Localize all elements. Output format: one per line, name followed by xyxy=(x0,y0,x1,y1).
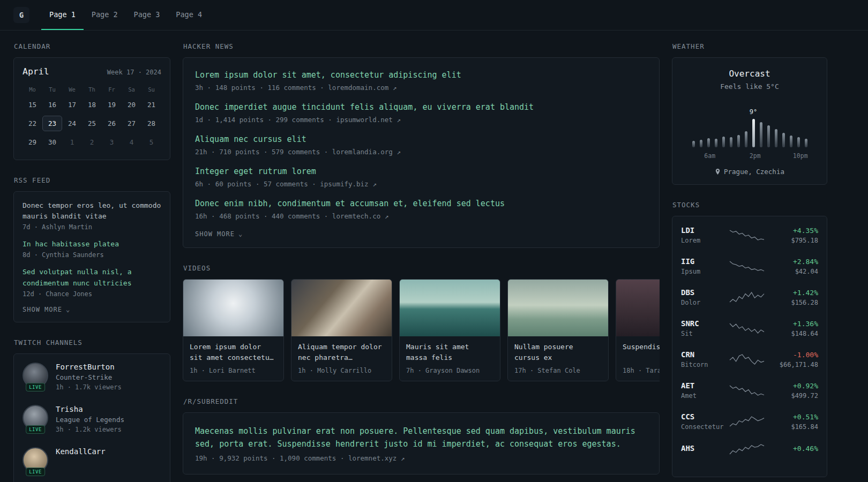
tab-page-4[interactable]: Page 4 xyxy=(168,0,210,30)
weather-bar xyxy=(775,129,777,147)
weather-condition: Overcast xyxy=(681,69,818,79)
right-column: WEATHER Overcast Feels like 5°C 9° 6am 2… xyxy=(672,42,827,482)
stock-symbol: SNRC xyxy=(681,319,727,328)
hn-item-title[interactable]: Integer eget rutrum lorem xyxy=(195,166,316,177)
stock-row[interactable]: AHS +0.46% xyxy=(681,443,818,455)
twitch-channel[interactable]: LIVE Trisha League of Legends 3h · 1.2k … xyxy=(23,405,161,433)
stock-price: $499.72 xyxy=(767,392,818,400)
weather-bar xyxy=(692,141,695,147)
hn-item-meta[interactable]: 21h · 710 points · 579 comments · loreml… xyxy=(195,148,647,156)
stock-price: $66,171.48 xyxy=(767,361,818,368)
page-tabs: Page 1 Page 2 Page 3 Page 4 xyxy=(41,0,210,30)
hn-show-more-button[interactable]: SHOW MORE ⌄ xyxy=(195,230,243,238)
video-card[interactable]: Nullam posuere cursus ex 17h · Stefan Co… xyxy=(507,279,609,381)
video-title[interactable]: Aliquam tempor dolor nec pharetra… xyxy=(298,342,385,363)
rss-item-title[interactable]: Donec tempor eros leo, ut commodo mauris… xyxy=(23,201,161,220)
stock-row[interactable]: CRN Bitcorn -1.00% $66,171.48 xyxy=(681,350,818,368)
channel-name[interactable]: Trisha xyxy=(56,405,83,413)
stock-values: +0.46% xyxy=(767,445,818,455)
stock-row[interactable]: DBS Dolor +1.42% $156.28 xyxy=(681,288,818,306)
subreddit-post-meta[interactable]: 19h · 9,932 points · 1,090 comments · lo… xyxy=(195,454,647,462)
weather-location: Prague, Czechia xyxy=(681,168,818,176)
calendar-section: CALENDAR April Week 17 · 2024 Mo Tu We T… xyxy=(13,42,170,160)
hn-item-meta[interactable]: 6h · 60 points · 57 comments · ipsumify.… xyxy=(195,180,647,188)
weather-bar xyxy=(715,139,717,147)
hn-item-title[interactable]: Aliquam nec cursus elit xyxy=(195,134,306,145)
weather-bar xyxy=(745,131,747,147)
channel-name[interactable]: ForrestBurton xyxy=(56,363,115,371)
stock-sparkline xyxy=(730,385,764,396)
tab-page-3[interactable]: Page 3 xyxy=(126,0,168,30)
calendar-day-grid: 15 16 17 18 19 20 21 22 23 24 25 26 27 2… xyxy=(23,97,161,150)
video-title[interactable]: Lorem ipsum dolor sit amet consectetu… xyxy=(190,342,277,363)
stock-row[interactable]: CCS Consectetur +0.51% $165.84 xyxy=(681,412,818,431)
tab-page-1[interactable]: Page 1 xyxy=(41,0,84,30)
calendar-header: April Week 17 · 2024 xyxy=(23,66,161,77)
stock-name: Ipsum xyxy=(681,268,727,275)
weather-hourly-chart: 9° xyxy=(681,106,818,147)
hn-item-meta[interactable]: 3h · 148 points · 116 comments · loremdo… xyxy=(195,84,647,92)
hn-item-title[interactable]: Donec enim nibh, condimentum et accumsan… xyxy=(195,198,505,209)
stock-id: DBS Dolor xyxy=(681,288,727,306)
section-title-twitch: TWITCH CHANNELS xyxy=(14,338,170,347)
calendar-day: 16 xyxy=(42,97,62,112)
hn-item-meta[interactable]: 16h · 468 points · 440 comments · loremt… xyxy=(195,212,647,220)
stock-sparkline xyxy=(730,416,764,427)
rss-section: RSS FEED Donec tempor eros leo, ut commo… xyxy=(13,176,170,322)
section-title-rss: RSS FEED xyxy=(14,176,170,184)
stock-name: Lorem xyxy=(681,237,727,244)
hn-item-title[interactable]: Lorem ipsum dolor sit amet, consectetur … xyxy=(195,70,461,81)
channel-name[interactable]: KendallCarr xyxy=(56,447,106,456)
subreddit-post-title[interactable]: Maecenas mollis pulvinar erat non posuer… xyxy=(195,426,635,449)
twitch-channel[interactable]: LIVE ForrestBurton Counter-Strike 1h · 1… xyxy=(23,363,161,391)
show-more-label: SHOW MORE xyxy=(23,306,62,313)
weekday-label: Sa xyxy=(122,86,141,93)
section-title-stocks: STOCKS xyxy=(672,201,827,209)
weather-widget: Overcast Feels like 5°C 9° 6am 2pm 10pm … xyxy=(672,57,827,185)
stock-row[interactable]: IIG Ipsum +2.84% $42.04 xyxy=(681,257,818,275)
rss-item-title[interactable]: In hac habitasse platea xyxy=(23,240,119,248)
stock-row[interactable]: LDI Lorem +4.35% $795.18 xyxy=(681,226,818,244)
tab-page-2[interactable]: Page 2 xyxy=(84,0,126,30)
stock-sparkline xyxy=(730,353,764,365)
section-title-weather: WEATHER xyxy=(672,42,827,50)
weekday-label: Mo xyxy=(23,86,42,93)
rss-show-more-button[interactable]: SHOW MORE ⌄ xyxy=(23,306,70,313)
video-title[interactable]: Mauris sit amet massa felis xyxy=(406,342,493,363)
video-card[interactable]: Aliquam tempor dolor nec pharetra… 1h · … xyxy=(291,279,392,381)
video-title[interactable]: Nullam posuere cursus ex xyxy=(514,342,602,363)
stock-sparkline xyxy=(730,443,764,455)
hour-label: 2pm xyxy=(750,152,761,160)
weather-bar xyxy=(700,140,702,147)
video-thumbnail[interactable] xyxy=(400,280,500,336)
calendar-day: 28 xyxy=(141,116,161,131)
hn-item-title[interactable]: Donec imperdiet augue tincidunt felis al… xyxy=(195,102,534,113)
weekday-label: Tu xyxy=(42,86,62,93)
video-thumbnail[interactable] xyxy=(616,280,660,336)
video-thumbnail[interactable] xyxy=(183,280,283,336)
video-thumbnail[interactable] xyxy=(291,280,392,336)
stock-row[interactable]: AET Amet +0.92% $499.72 xyxy=(681,381,818,400)
rss-item-title[interactable]: Sed volutpat nulla nisl, a condimentum n… xyxy=(23,268,132,287)
video-card[interactable]: Suspendisse diam 18h · Tara xyxy=(616,279,660,381)
stock-row[interactable]: SNRC Sit +1.36% $148.64 xyxy=(681,319,818,337)
live-badge: LIVE xyxy=(26,383,45,391)
weather-bar xyxy=(805,139,807,147)
stock-price: $156.28 xyxy=(767,299,818,306)
video-title[interactable]: Suspendisse diam xyxy=(623,342,660,363)
weather-bar xyxy=(722,137,725,147)
calendar-day: 5 xyxy=(141,134,161,150)
twitch-channel[interactable]: LIVE KendallCarr xyxy=(23,447,161,473)
stock-change: +0.46% xyxy=(767,445,818,453)
video-card[interactable]: Mauris sit amet massa felis 7h · Grayson… xyxy=(399,279,500,381)
video-card[interactable]: Lorem ipsum dolor sit amet consectetu… 1… xyxy=(183,279,284,381)
twitch-section: TWITCH CHANNELS LIVE ForrestBurton Count… xyxy=(13,338,170,482)
stock-change: +0.51% xyxy=(767,413,818,421)
hn-item-meta[interactable]: 1d · 1,414 points · 299 comments · ipsum… xyxy=(195,116,647,124)
hour-label: 10pm xyxy=(793,152,808,160)
calendar-day: 27 xyxy=(122,116,141,131)
stock-values: +0.51% $165.84 xyxy=(767,413,818,431)
video-thumbnail[interactable] xyxy=(508,280,608,336)
videos-row: Lorem ipsum dolor sit amet consectetu… 1… xyxy=(183,279,660,381)
video-meta: 7h · Grayson Dawson xyxy=(406,367,493,374)
